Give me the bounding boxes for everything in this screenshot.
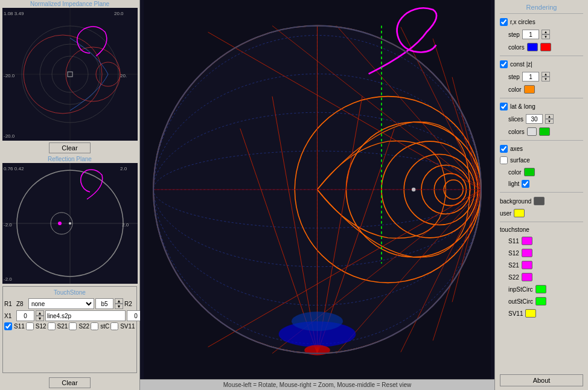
status-bar: Mouse-left = Rotate, Mouse-right = Zoom,… bbox=[140, 379, 494, 390]
const-z-spin: ▲ ▼ bbox=[542, 72, 550, 82]
ts-r2-label: R2 bbox=[124, 301, 135, 307]
s21-color-swatch[interactable] bbox=[522, 261, 532, 269]
impedance-panel: Normalized Impedance Plane bbox=[0, 0, 139, 155]
touchstone-title: TouchStone bbox=[4, 288, 135, 297]
ts-row-1: R1 Z8 none ▲ ▼ R2 bbox=[4, 298, 135, 309]
ts-none-select[interactable]: none bbox=[28, 298, 94, 309]
lat-slices-up[interactable]: ▲ bbox=[545, 114, 554, 119]
const-z-step-input[interactable] bbox=[522, 72, 539, 82]
rx-step-up[interactable]: ▲ bbox=[542, 30, 550, 34]
ts-b5-down[interactable]: ▼ bbox=[115, 304, 123, 309]
surface-row: surface bbox=[500, 156, 583, 164]
user-label: user bbox=[500, 210, 511, 217]
touchstone-render-label: touchstone bbox=[500, 226, 529, 233]
ts-stc-checkbox[interactable] bbox=[91, 322, 98, 330]
rx-color-blue[interactable] bbox=[527, 43, 538, 51]
svg-text:20.0: 20.0 bbox=[114, 11, 124, 16]
ts-b5-up[interactable]: ▲ bbox=[115, 298, 123, 304]
ts-x1-up[interactable]: ▲ bbox=[36, 310, 44, 316]
reflection-chart[interactable]: 0.76 0.42 2.0 -2.0 2.0 -2.0 bbox=[2, 163, 138, 284]
rx-color-red[interactable] bbox=[540, 43, 551, 51]
rx-colors-row: colors bbox=[500, 43, 583, 51]
svg-text:-2.0: -2.0 bbox=[4, 277, 12, 282]
lat-slices-input[interactable] bbox=[526, 114, 543, 124]
svg-point-62 bbox=[292, 312, 343, 331]
impedance-title: Normalized Impedance Plane bbox=[0, 0, 139, 8]
ts-z-label: Z8 bbox=[16, 301, 27, 307]
ts-s11-checkbox[interactable] bbox=[4, 322, 12, 330]
divider-2 bbox=[500, 98, 583, 98]
ts-sv11-check[interactable]: SV11 bbox=[110, 322, 135, 330]
axes-row: axes bbox=[500, 145, 583, 153]
sv11-color-swatch[interactable] bbox=[525, 309, 536, 318]
lat-long-label: lat & long bbox=[510, 103, 535, 110]
user-color-swatch[interactable] bbox=[514, 209, 525, 217]
s12-color-swatch[interactable] bbox=[522, 249, 532, 257]
lat-slices-down[interactable]: ▼ bbox=[545, 119, 554, 124]
inpStCirc-color-swatch[interactable] bbox=[535, 285, 546, 293]
s11-color-swatch[interactable] bbox=[522, 237, 532, 245]
ts-s22-checkbox[interactable] bbox=[69, 322, 77, 330]
const-z-up[interactable]: ▲ bbox=[542, 72, 550, 77]
ts-x1-input[interactable] bbox=[16, 310, 34, 321]
s21-label: S21 bbox=[508, 262, 519, 269]
rx-step-input[interactable] bbox=[522, 30, 539, 39]
impedance-clear-button[interactable]: Clear bbox=[49, 142, 90, 153]
ts-x1-down[interactable]: ▼ bbox=[36, 316, 44, 321]
center-panel: Mouse-left = Rotate, Mouse-right = Zoom,… bbox=[140, 0, 494, 390]
lat-slices-spin: ▲ ▼ bbox=[545, 114, 554, 124]
const-z-checkbox[interactable] bbox=[500, 60, 508, 68]
svg-text:-20.0: -20.0 bbox=[4, 73, 15, 78]
ts-s12-checkbox[interactable] bbox=[26, 322, 34, 330]
lat-color-green[interactable] bbox=[539, 127, 550, 136]
background-color-swatch[interactable] bbox=[534, 197, 545, 205]
ts-r1-label: R1 bbox=[4, 301, 15, 307]
outStCirc-color-swatch[interactable] bbox=[535, 297, 546, 305]
right-panel: Rendering r,x circles step ▲ ▼ colors co… bbox=[494, 0, 588, 390]
ts-sv11-checkbox[interactable] bbox=[110, 322, 118, 330]
lat-long-row: lat & long bbox=[500, 103, 583, 110]
ts-s21-check[interactable]: S21 bbox=[48, 322, 68, 330]
svg-text:0.76 0.42: 0.76 0.42 bbox=[4, 166, 24, 171]
const-z-color-row: color bbox=[500, 85, 583, 94]
surface-checkbox[interactable] bbox=[500, 156, 508, 164]
rx-step-row: step ▲ ▼ bbox=[500, 30, 583, 39]
s22-color-swatch[interactable] bbox=[522, 273, 532, 281]
svg-text:20.: 20. bbox=[120, 73, 127, 78]
ts-stc-check[interactable]: stC bbox=[91, 322, 109, 330]
ts-s22-check[interactable]: S22 bbox=[69, 322, 89, 330]
surface-light-checkbox[interactable] bbox=[522, 180, 529, 188]
rx-circles-row: r,x circles bbox=[500, 18, 583, 26]
ts-s11-check[interactable]: S11 bbox=[4, 322, 25, 330]
surface-color-row: color bbox=[500, 168, 583, 176]
lat-color-white[interactable] bbox=[527, 127, 537, 136]
smith3d-area[interactable] bbox=[140, 0, 494, 379]
ts-b5-input[interactable] bbox=[95, 298, 113, 309]
svg-text:-20.0: -20.0 bbox=[4, 133, 15, 139]
surface-label: surface bbox=[510, 157, 530, 164]
s11-label: S11 bbox=[508, 238, 519, 245]
surface-color-swatch[interactable] bbox=[524, 168, 535, 176]
rx-step-label: step bbox=[508, 31, 520, 38]
s21-row: S21 bbox=[500, 261, 583, 269]
inpStCirc-row: inpStCirc bbox=[500, 285, 583, 293]
svg-point-64 bbox=[412, 188, 415, 191]
lat-colors-row: colors bbox=[500, 127, 583, 136]
rx-circles-checkbox[interactable] bbox=[500, 18, 508, 26]
ts-s21-checkbox[interactable] bbox=[48, 322, 56, 330]
lat-long-checkbox[interactable] bbox=[500, 103, 508, 110]
const-z-color-swatch[interactable] bbox=[524, 85, 535, 94]
smith3d-svg bbox=[140, 0, 494, 379]
ts-s12-check[interactable]: S12 bbox=[26, 322, 46, 330]
ts-clear-button[interactable]: Clear bbox=[49, 377, 90, 388]
ts-file-input[interactable] bbox=[45, 310, 126, 321]
about-button[interactable]: About bbox=[500, 374, 583, 386]
impedance-chart[interactable]: 1.08 3.49 20.0 -20.0 20. -20.0 bbox=[2, 8, 138, 141]
rx-colors-label: colors bbox=[508, 44, 525, 51]
rx-step-down[interactable]: ▼ bbox=[542, 34, 550, 39]
sv11-label: SV11 bbox=[508, 310, 523, 317]
svg-text:2.0: 2.0 bbox=[122, 222, 129, 228]
ts-x1-label: X1 bbox=[4, 313, 15, 319]
const-z-down[interactable]: ▼ bbox=[542, 77, 550, 82]
axes-checkbox[interactable] bbox=[500, 145, 508, 153]
